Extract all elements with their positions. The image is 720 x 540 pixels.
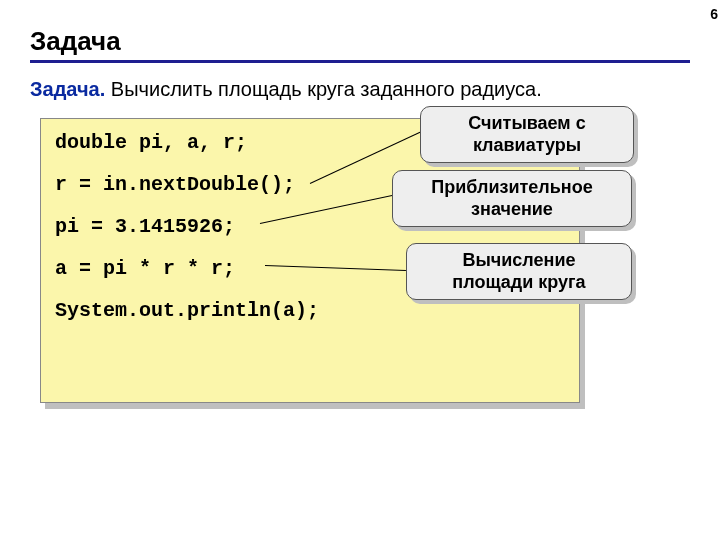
page-number: 6: [710, 6, 718, 22]
callout-text: Вычисление: [462, 250, 575, 270]
callout-text: значение: [471, 199, 553, 219]
callout-text: площади круга: [452, 272, 585, 292]
code-line: System.out.println(a);: [55, 301, 565, 321]
callout-approx-value: Приблизительное значение: [392, 170, 632, 227]
problem-statement: Задача. Вычислить площадь круга заданног…: [30, 78, 542, 101]
callout-read-keyboard: Считываем с клавиатуры: [420, 106, 634, 163]
callout-text: клавиатуры: [473, 135, 581, 155]
slide-title: Задача: [30, 26, 121, 57]
callout-compute-area: Вычисление площади круга: [406, 243, 632, 300]
title-underline: [30, 60, 690, 63]
problem-text: Вычислить площадь круга заданного радиус…: [105, 78, 541, 100]
callout-text: Приблизительное: [431, 177, 592, 197]
callout-text: Считываем с: [468, 113, 585, 133]
problem-label: Задача.: [30, 78, 105, 100]
